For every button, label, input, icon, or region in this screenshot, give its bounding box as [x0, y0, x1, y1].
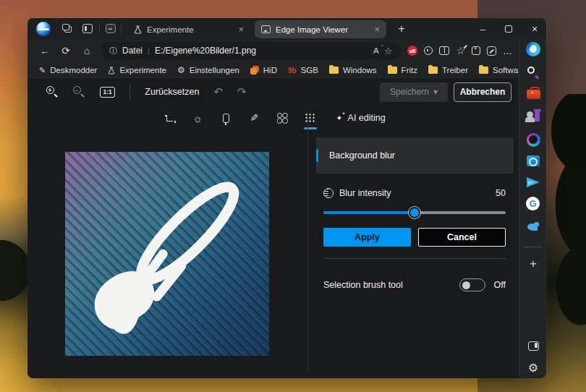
home-icon[interactable]: ⌂	[80, 45, 94, 56]
background-blur-header[interactable]: Background blur	[316, 137, 514, 174]
designer-icon[interactable]	[525, 131, 542, 148]
google-badge[interactable]: G	[526, 197, 540, 210]
folder-icon	[329, 67, 339, 74]
bookmarks-bar: ✎ Deskmodder Experimente ⚙ Einstellungen…	[27, 61, 519, 79]
workspaces-icon[interactable]	[62, 24, 72, 33]
blur-intensity-slider[interactable]	[323, 206, 506, 219]
bookmark-hid[interactable]: HiD	[250, 66, 277, 74]
split-screen-icon[interactable]	[439, 46, 449, 55]
flask-icon	[134, 25, 142, 34]
marker-icon[interactable]	[217, 109, 234, 127]
blur-intensity-value: 50	[496, 188, 506, 198]
paint-brush-image[interactable]	[65, 152, 269, 356]
tab-label: Edge Image Viewer	[276, 25, 348, 34]
redo-icon[interactable]: ↷	[237, 85, 247, 98]
edge-sidebar: G G + ⚙	[519, 40, 546, 374]
bookmark-label: HiD	[263, 66, 277, 74]
search-icon[interactable]	[525, 64, 542, 81]
toolbox-icon[interactable]	[525, 85, 542, 103]
close-tab-icon[interactable]: ×	[238, 25, 244, 34]
tab-actions-icon[interactable]	[82, 24, 93, 33]
folder-icon	[388, 67, 397, 74]
filters-icon[interactable]	[273, 109, 291, 127]
accent-bar	[316, 149, 318, 162]
favorite-star-icon[interactable]: ☆	[384, 46, 393, 56]
ublock-extension-icon[interactable]: uB	[407, 46, 417, 56]
zoom-out-icon[interactable]: −	[73, 86, 85, 98]
panel-buttons: Apply Cancel	[323, 228, 506, 247]
sgb-favicon: 9b	[288, 67, 297, 74]
image-viewer-content: + − 1:1 Zurücksetzen ↶ ↷ Speichern ▾ Abb…	[27, 79, 519, 378]
twitter-icon[interactable]	[525, 218, 542, 236]
split-window-icon[interactable]	[106, 24, 116, 33]
blur-intensity-label: Blur intensity	[339, 188, 391, 198]
folder-icon	[479, 67, 488, 74]
zoom-in-icon[interactable]: +	[46, 86, 59, 98]
browser-essentials-icon[interactable]	[487, 46, 496, 56]
hid-favicon	[250, 66, 259, 74]
bookmark-label: Fritz	[402, 66, 417, 74]
pen-icon: ✎	[39, 66, 46, 75]
copilot-icon[interactable]	[525, 41, 542, 58]
cancel-button[interactable]: Cancel	[418, 228, 506, 247]
url-divider: |	[148, 46, 150, 55]
close-tab-icon[interactable]: ×	[374, 25, 380, 34]
actual-size-button[interactable]: 1:1	[100, 87, 115, 98]
cookie-extension-icon[interactable]	[424, 46, 433, 55]
bookmark-einstellungen[interactable]: ⚙ Einstellungen	[177, 65, 239, 75]
slider-fill	[323, 211, 415, 214]
site-info-icon[interactable]: ⓘ	[109, 46, 117, 56]
tweaker-icon[interactable]	[525, 108, 542, 125]
divider	[121, 24, 122, 34]
bookmark-deskmodder[interactable]: ✎ Deskmodder	[39, 66, 97, 75]
new-tab-button[interactable]: +	[394, 21, 409, 37]
selection-brush-row: Selection brush tool Off	[323, 278, 506, 292]
tab-edge-image-viewer[interactable]: Edge Image Viewer ×	[255, 20, 386, 38]
back-icon[interactable]: ←	[38, 45, 52, 56]
bookmark-label: Einstellungen	[190, 66, 239, 74]
bookmark-label: SGB	[301, 66, 318, 74]
url-field[interactable]: ⓘ Datei | E:/Eigene%20Bilder/1.png A ☆	[101, 42, 401, 59]
bookmark-experimente[interactable]: Experimente	[108, 66, 166, 74]
settings-gear-icon[interactable]: ⚙	[525, 359, 542, 376]
slider-thumb[interactable]	[409, 207, 420, 218]
tab-experimente[interactable]: Experimente ×	[127, 20, 250, 38]
bookmark-label: Experimente	[119, 66, 166, 74]
bookmark-folder-windows[interactable]: Windows	[329, 66, 377, 74]
bookmark-folder-treiber[interactable]: Treiber	[428, 66, 468, 74]
bookmark-sgb[interactable]: 9b SGB	[288, 66, 318, 74]
crop-icon[interactable]	[161, 109, 178, 127]
divider	[99, 24, 100, 34]
reset-button[interactable]: Zurücksetzen	[145, 87, 199, 97]
selection-brush-label: Selection brush tool	[323, 280, 459, 290]
bookmark-label: Deskmodder	[50, 66, 97, 74]
toggle-knob	[462, 281, 470, 289]
settings-more-icon[interactable]: …	[503, 46, 513, 56]
maximize-button[interactable]	[496, 18, 521, 40]
brightness-icon[interactable]: ☼	[189, 109, 206, 127]
outlook-icon[interactable]	[525, 152, 542, 169]
sidebar-panel-icon[interactable]	[525, 337, 542, 354]
collections-icon[interactable]	[472, 46, 480, 55]
address-bar: ← ⟳ ⌂ ⓘ Datei | E:/Eigene%20Bilder/1.png…	[27, 40, 519, 61]
edge-logo-icon[interactable]	[36, 22, 51, 36]
read-aloud-icon[interactable]: A	[373, 46, 379, 55]
refresh-icon[interactable]: ⟳	[59, 45, 73, 56]
toggle-state-label: Off	[494, 280, 506, 290]
url-text[interactable]: E:/Eigene%20Bilder/1.png	[155, 46, 368, 56]
blur-intensity-icon	[323, 188, 334, 198]
bookmark-label: Treiber	[442, 66, 468, 74]
gear-icon: ⚙	[177, 65, 185, 75]
folder-icon	[428, 67, 438, 74]
favorites-icon[interactable]: ☆	[456, 45, 465, 56]
telegram-icon[interactable]	[525, 174, 542, 191]
apply-button[interactable]: Apply	[323, 228, 411, 247]
close-window-button[interactable]: ×	[522, 18, 546, 40]
add-sidebar-app-button[interactable]: +	[525, 255, 542, 273]
annotate-pen-icon[interactable]: ✎	[245, 109, 263, 127]
tab-label: Experimente	[147, 25, 194, 34]
bookmark-folder-fritz[interactable]: Fritz	[388, 66, 417, 74]
undo-icon[interactable]: ↶	[213, 85, 223, 98]
minimize-button[interactable]: –	[470, 18, 495, 40]
selection-brush-toggle[interactable]	[459, 278, 485, 291]
